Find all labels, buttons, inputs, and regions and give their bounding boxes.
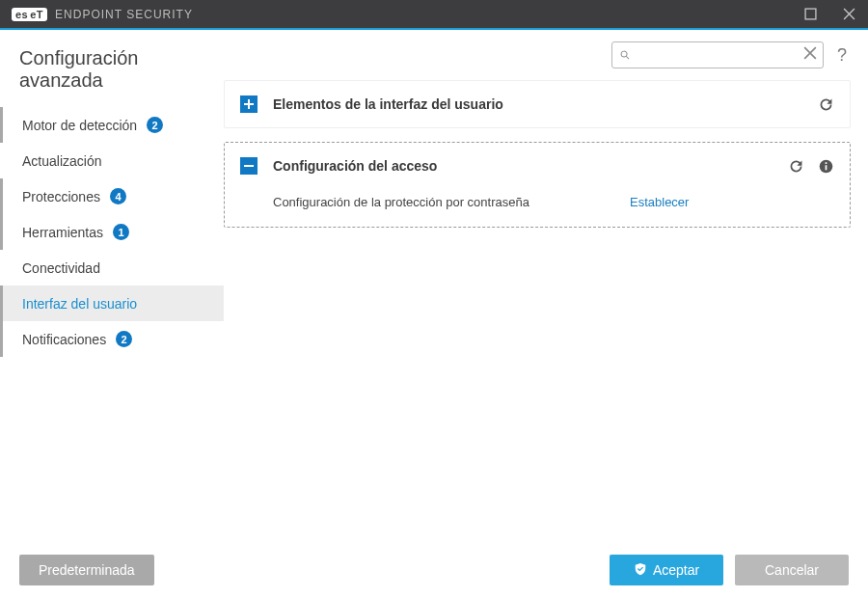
- sidebar-item[interactable]: Herramientas1: [0, 214, 224, 250]
- page-title: Configuración avanzada: [0, 47, 224, 101]
- nav-list: Motor de detección2ActualizaciónProtecci…: [0, 107, 224, 357]
- sidebar-item[interactable]: Protecciones4: [0, 178, 224, 214]
- sidebar-badge: 2: [116, 331, 132, 347]
- title-bar: eseT ENDPOINT SECURITY: [0, 0, 868, 30]
- sidebar-item-label: Interfaz del usuario: [22, 296, 137, 312]
- collapse-icon[interactable]: [240, 157, 258, 175]
- sidebar-item[interactable]: Actualización: [0, 143, 224, 178]
- maximize-icon: [804, 8, 817, 20]
- window-close-button[interactable]: [829, 0, 868, 29]
- panel-icons: [818, 96, 834, 113]
- accept-button-label: Aceptar: [653, 562, 699, 578]
- search-input[interactable]: [630, 43, 803, 67]
- sidebar-item-label: Herramientas: [22, 225, 103, 240]
- footer-bar: Predeterminada Aceptar Cancelar: [0, 542, 868, 598]
- sidebar-item[interactable]: Interfaz del usuario: [0, 285, 224, 321]
- reset-icon[interactable]: [818, 96, 834, 113]
- sidebar-item-label: Notificaciones: [22, 332, 106, 347]
- sidebar-item[interactable]: Conectividad: [0, 250, 224, 285]
- sidebar-badge: 2: [147, 117, 163, 133]
- default-button[interactable]: Predeterminada: [19, 555, 154, 585]
- panel-title: Configuración del acceso: [273, 158, 788, 174]
- accept-button[interactable]: Aceptar: [610, 555, 723, 585]
- svg-rect-6: [826, 162, 827, 164]
- sidebar-item-label: Actualización: [22, 153, 102, 169]
- sidebar-badge: 4: [110, 188, 126, 204]
- panel-icons: [788, 158, 834, 175]
- window-maximize-button[interactable]: [791, 0, 829, 29]
- brand-badge: eseT: [12, 8, 47, 21]
- panel-title: Elementos de la interfaz del usuario: [273, 96, 818, 112]
- brand-logo: eseT: [12, 8, 47, 21]
- setting-action-link[interactable]: Establecer: [630, 195, 689, 209]
- sidebar-item-label: Conectividad: [22, 260, 100, 276]
- sidebar-item[interactable]: Motor de detección2: [0, 107, 224, 143]
- expand-icon[interactable]: [240, 95, 258, 113]
- close-icon: [843, 8, 855, 20]
- search-box[interactable]: [611, 41, 824, 68]
- panel-body: Configuración de la protección por contr…: [225, 189, 850, 227]
- sidebar-item-label: Motor de detección: [22, 118, 137, 133]
- product-name: ENDPOINT SECURITY: [55, 8, 193, 21]
- sidebar-badge: 1: [113, 224, 129, 240]
- shield-icon: [634, 562, 647, 579]
- content-area: Configuración avanzada Motor de detecció…: [0, 30, 868, 542]
- settings-panel: Elementos de la interfaz del usuario: [224, 80, 851, 128]
- svg-rect-3: [244, 165, 254, 167]
- search-icon: [620, 48, 630, 62]
- setting-row: Configuración de la protección por contr…: [273, 195, 834, 209]
- cancel-button[interactable]: Cancelar: [735, 555, 849, 585]
- settings-panel: Configuración del accesoConfiguración de…: [224, 142, 851, 228]
- svg-rect-2: [244, 103, 254, 105]
- help-button[interactable]: ?: [833, 45, 851, 66]
- info-icon[interactable]: [818, 158, 834, 175]
- sidebar-item[interactable]: Notificaciones2: [0, 321, 224, 357]
- panel-header[interactable]: Configuración del acceso: [225, 143, 850, 189]
- top-bar: ?: [224, 41, 851, 68]
- sidebar-item-label: Protecciones: [22, 189, 100, 204]
- panel-header[interactable]: Elementos de la interfaz del usuario: [225, 81, 850, 127]
- svg-rect-0: [805, 9, 816, 19]
- main-panel: ? Elementos de la interfaz del usuarioCo…: [224, 30, 868, 542]
- svg-rect-5: [826, 165, 827, 170]
- x-icon: [803, 46, 817, 60]
- search-clear-button[interactable]: [803, 46, 817, 64]
- sidebar: Configuración avanzada Motor de detecció…: [0, 30, 224, 542]
- setting-label: Configuración de la protección por contr…: [273, 195, 630, 209]
- panels-container: Elementos de la interfaz del usuarioConf…: [224, 80, 851, 228]
- reset-icon[interactable]: [788, 158, 804, 175]
